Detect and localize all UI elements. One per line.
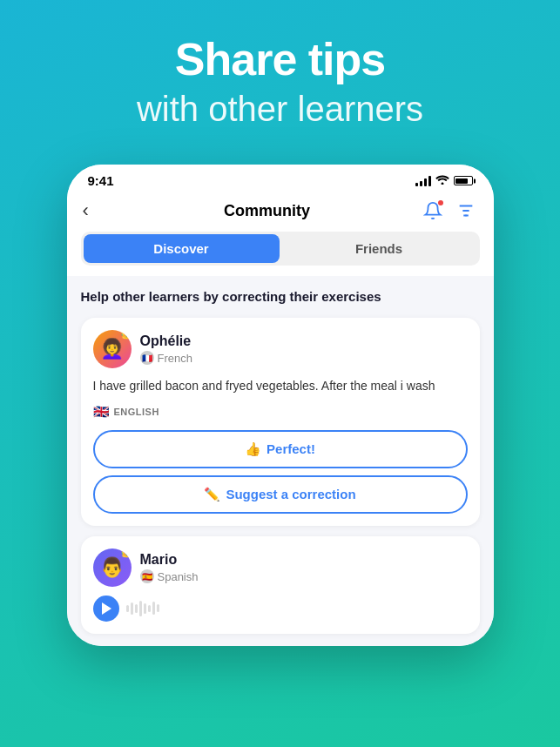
- exercise-card-2: 👨 👑 Mario 🇪🇸 Spanish: [81, 536, 480, 634]
- status-time: 9:41: [88, 173, 114, 188]
- user-row-mario: 👨 👑 Mario 🇪🇸 Spanish: [93, 548, 468, 587]
- thumbs-up-icon: 👍: [245, 441, 261, 457]
- status-bar: 9:41: [67, 165, 494, 192]
- tab-discover[interactable]: Discover: [84, 234, 280, 263]
- language-tag: 🇬🇧 ENGLISH: [93, 404, 468, 420]
- hero-title: Share tips: [26, 35, 534, 84]
- crown-badge-ophelia: 👑: [120, 330, 132, 340]
- play-triangle-icon: [102, 602, 111, 615]
- user-language-ophelia: 🇫🇷 French: [140, 351, 468, 365]
- user-language-mario: 🇪🇸 Spanish: [140, 569, 468, 583]
- lang-text-ophelia: French: [158, 352, 192, 365]
- user-row-ophelia: 👩‍🦱 👑 Ophélie 🇫🇷 French: [93, 330, 468, 368]
- phone-frame: 9:41 ‹ Community: [67, 165, 494, 646]
- tab-friends[interactable]: Friends: [281, 234, 477, 263]
- signal-icon: [415, 176, 431, 186]
- nav-actions: [421, 199, 478, 223]
- play-button-mario[interactable]: [93, 596, 119, 622]
- lang-text-mario: Spanish: [158, 570, 199, 583]
- crown-badge-mario: 👑: [120, 548, 132, 558]
- back-button[interactable]: ‹: [83, 199, 114, 222]
- app-nav: ‹ Community: [67, 192, 494, 232]
- hero-subtitle: with other learners: [26, 88, 534, 130]
- avatar-ophelia: 👩‍🦱 👑: [93, 330, 132, 368]
- pencil-icon: ✏️: [204, 487, 220, 502]
- section-title: Help other learners by correcting their …: [81, 288, 480, 306]
- waveform: [126, 601, 159, 616]
- suggest-correction-button[interactable]: ✏️ Suggest a correction: [93, 475, 468, 514]
- user-name-mario: Mario: [140, 551, 468, 568]
- status-icons: [415, 174, 473, 187]
- wifi-icon: [435, 174, 449, 187]
- tab-bar: Discover Friends: [81, 232, 480, 266]
- lang-flag-mario: 🇪🇸: [140, 569, 154, 583]
- suggest-label: Suggest a correction: [226, 487, 355, 501]
- lang-flag-ophelia: 🇫🇷: [140, 351, 154, 365]
- hero-section: Share tips with other learners: [0, 0, 560, 147]
- user-name-ophelia: Ophélie: [140, 333, 468, 349]
- exercise-card-1: 👩‍🦱 👑 Ophélie 🇫🇷 French I have grilled b…: [81, 318, 480, 526]
- user-info-ophelia: Ophélie 🇫🇷 French: [140, 333, 468, 365]
- user-info-mario: Mario 🇪🇸 Spanish: [140, 551, 468, 583]
- notification-dot: [438, 200, 443, 205]
- notification-button[interactable]: [421, 199, 445, 223]
- lang-label: ENGLISH: [114, 407, 159, 417]
- avatar-mario: 👨 👑: [93, 548, 132, 587]
- battery-icon: [454, 176, 473, 185]
- perfect-button[interactable]: 👍 Perfect!: [93, 430, 468, 468]
- exercise-text: I have grilled bacon and fryed vegetable…: [93, 377, 468, 395]
- english-flag: 🇬🇧: [93, 404, 110, 420]
- content-area: Help other learners by correcting their …: [67, 276, 494, 646]
- filter-button[interactable]: [454, 199, 478, 223]
- perfect-label: Perfect!: [267, 441, 315, 456]
- nav-title: Community: [224, 202, 310, 220]
